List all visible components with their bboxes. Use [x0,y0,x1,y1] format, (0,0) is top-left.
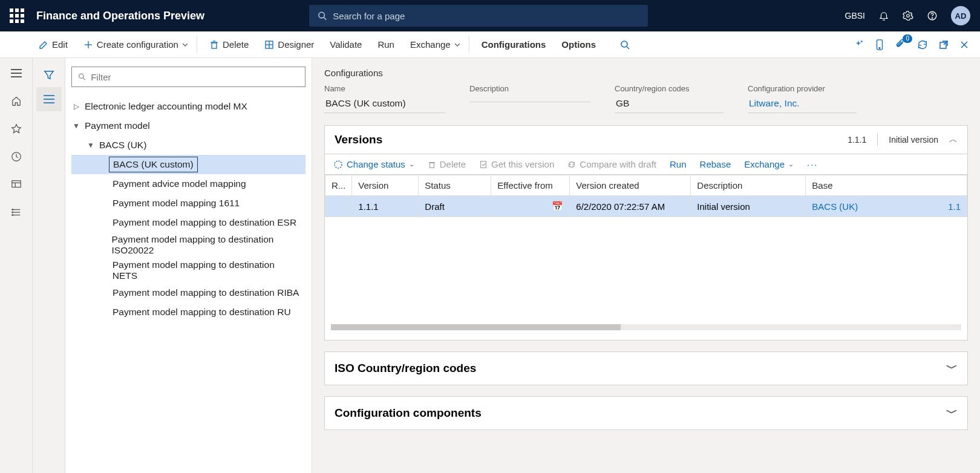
modules-icon[interactable] [4,201,28,224]
sparkle-icon[interactable] [853,39,864,50]
search-button[interactable] [614,36,636,53]
svg-line-14 [627,47,629,49]
attachment-badge: 0 [903,34,912,43]
change-status-button[interactable]: Change status ⌄ [333,159,414,169]
tree-node-mapping-ru[interactable]: Payment model mapping to destination RU [71,302,305,322]
configurations-label: Configurations [482,39,546,50]
chevron-down-icon: ﹀ [946,405,958,421]
create-configuration-button[interactable]: Create configuration [77,36,197,53]
tree-node-mapping-riba[interactable]: Payment model mapping to destination RIB… [71,283,305,302]
tree-label: BACS (UK custom) [109,157,198,172]
tree-node-bacs-uk-custom[interactable]: BACS (UK custom) [71,155,305,174]
close-icon[interactable] [959,40,969,50]
tree-node-bacs-uk[interactable]: ▼BACS (UK) [71,135,305,155]
options-tab[interactable]: Options [555,36,602,53]
svg-point-0 [319,12,325,18]
search-icon [318,11,327,21]
run-label: Run [670,159,687,169]
configurations-tab[interactable]: Configurations [475,36,552,53]
workspaces-icon[interactable] [4,173,28,196]
edit-button[interactable]: Edit [33,36,74,53]
cell-effective[interactable]: 📅 [491,196,570,217]
tree-filter-input[interactable] [91,72,299,82]
version-run-button[interactable]: Run [670,159,687,169]
cell-version: 1.1.1 [352,196,419,217]
configuration-tree: ▷Electronic ledger accounting model MX ▼… [65,58,312,473]
rebase-button[interactable]: Rebase [700,159,731,169]
phone-icon[interactable] [875,39,884,50]
validate-button[interactable]: Validate [324,36,368,53]
versions-header[interactable]: Versions 1.1.1 Initial version ︿ [325,126,967,154]
calendar-icon[interactable]: 📅 [552,201,563,212]
version-delete-label: Delete [440,159,466,169]
iso-country-card: ISO Country/region codes ﹀ [324,351,968,385]
popout-icon[interactable] [939,40,949,50]
delete-label: Delete [223,39,249,50]
run-button[interactable]: Run [371,36,400,53]
bell-icon[interactable] [878,10,889,21]
more-icon[interactable]: ··· [807,159,818,169]
current-version: 1.1.1 [848,135,866,145]
field-value-link[interactable]: Litware, Inc. [748,96,857,113]
iso-title: ISO Country/region codes [335,362,476,375]
base-link[interactable]: BACS (UK) [812,201,858,212]
tree-node-mapping-esr[interactable]: Payment model mapping to destination ESR [71,213,305,232]
svg-point-32 [11,209,13,210]
delete-button[interactable]: Delete [203,36,255,53]
global-search-input[interactable] [333,11,639,21]
field-value[interactable]: BACS (UK custom) [324,96,445,113]
svg-rect-43 [481,161,486,168]
command-right-icons: 0 [853,39,974,50]
app-launcher-icon[interactable] [10,8,24,23]
version-row[interactable]: 1.1.1 Draft 📅 6/2/2020 07:22:57 AM Initi… [325,196,967,217]
field-value[interactable] [469,96,590,102]
field-value[interactable]: GB [615,96,724,113]
company-label[interactable]: GBSI [845,11,865,21]
favorites-icon[interactable] [4,117,28,140]
tree-node-mapping-iso20022[interactable]: Payment model mapping to destination ISO… [71,232,305,258]
version-exchange-button[interactable]: Exchange ⌄ [744,159,794,169]
tree-filter[interactable] [71,67,305,87]
components-header[interactable]: Configuration components ﹀ [325,397,967,429]
home-icon[interactable] [4,90,28,113]
col-created[interactable]: Version created [570,175,691,196]
col-effective[interactable]: Effective from [491,175,570,196]
tree-node-mapping-1611[interactable]: Payment model mapping 1611 [71,194,305,213]
page-title: Configurations [324,68,968,78]
help-icon[interactable] [927,10,938,21]
designer-button[interactable]: Designer [258,36,320,53]
col-version[interactable]: Version [352,175,419,196]
left-nav-rail [0,58,33,473]
base-version-link[interactable]: 1.1 [948,201,961,212]
tree-node-mapping-nets[interactable]: Payment model mapping to destination NET… [71,258,305,283]
scrollbar-thumb[interactable] [331,324,621,330]
versions-title: Versions [335,133,382,146]
refresh-icon[interactable] [917,39,928,50]
list-lines-icon[interactable] [36,87,62,111]
col-desc[interactable]: Description [691,175,806,196]
tree-node-payment-advice[interactable]: Payment advice model mapping [71,174,305,194]
global-search[interactable] [309,5,648,27]
horizontal-scrollbar[interactable] [331,324,961,330]
col-r[interactable]: R... [325,175,352,196]
svg-rect-41 [430,163,434,168]
tree-node-electronic-ledger[interactable]: ▷Electronic ledger accounting model MX [71,97,305,116]
tree-node-payment-model[interactable]: ▼Payment model [71,116,305,135]
exchange-button[interactable]: Exchange [404,36,469,53]
col-status[interactable]: Status [419,175,491,196]
iso-country-header[interactable]: ISO Country/region codes ﹀ [325,352,967,385]
cell-base: BACS (UK)1.1 [806,196,967,217]
recent-icon[interactable] [4,145,28,168]
change-status-label: Change status [347,159,405,169]
svg-point-2 [907,15,910,18]
gear-icon[interactable] [903,10,913,21]
collapse-icon: ▼ [71,122,81,130]
col-base[interactable]: Base [806,175,967,196]
chevron-down-icon [454,42,460,48]
filter-icon[interactable] [36,63,62,87]
hamburger-icon[interactable] [4,62,28,85]
attachment-icon[interactable]: 0 [895,39,906,50]
svg-point-15 [861,41,863,42]
svg-point-34 [11,215,13,216]
user-avatar[interactable]: AD [951,6,970,25]
